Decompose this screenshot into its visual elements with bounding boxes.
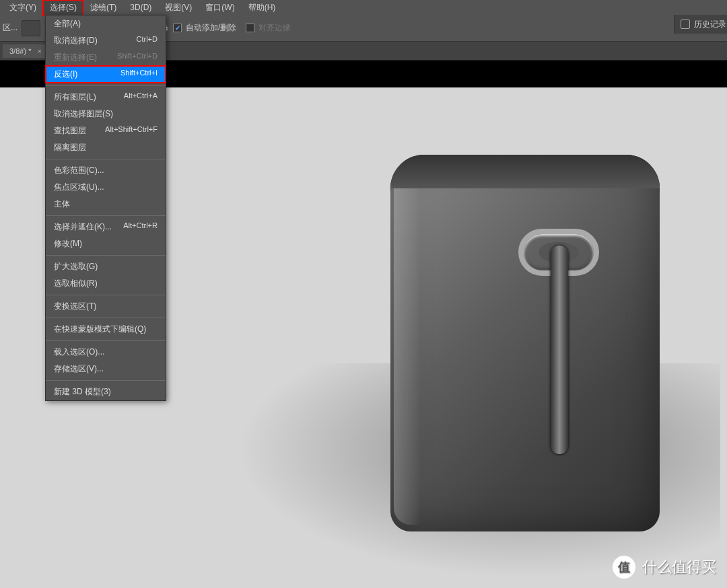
menu-item-3-1[interactable]: 修改(M)	[46, 235, 166, 252]
menu-item-6-0[interactable]: 在快速蒙版模式下编辑(Q)	[46, 321, 166, 338]
menu-item-7-1[interactable]: 存储选区(V)...	[46, 361, 166, 377]
menu-separator	[46, 318, 166, 318]
menu-item-label: 全部(A)	[54, 18, 81, 30]
menu-item-label: 选择并遮住(K)...	[54, 221, 112, 233]
menu-item-shortcut: Alt+Ctrl+R	[123, 221, 158, 233]
menu-item-label: 选取相似(R)	[54, 278, 98, 289]
document-tab[interactable]: 3/8#) * ×	[3, 44, 49, 58]
menu-separator	[46, 295, 166, 295]
menu-separator	[46, 255, 166, 256]
menu-item-3-0[interactable]: 选择并遮住(K)...Alt+Ctrl+R	[46, 219, 166, 235]
align-edges-label: 对齐边缘	[258, 22, 291, 34]
menu-item-0-2: 重新选择(E)Shift+Ctrl+D	[46, 49, 166, 66]
menu-item-label: 主体	[54, 198, 70, 210]
rendered-object	[390, 155, 660, 531]
menu-separator	[46, 85, 166, 86]
menu-item-2-2[interactable]: 主体	[46, 196, 166, 213]
history-panel-tab[interactable]: 历史记录	[674, 15, 727, 34]
menu-item-shortcut: Alt+Ctrl+A	[124, 91, 158, 103]
menu-item-2-1[interactable]: 焦点区域(U)...	[46, 179, 166, 196]
handle-bar	[551, 246, 568, 454]
menu-item-shortcut: Ctrl+D	[137, 35, 158, 46]
menu-item-shortcut: Shift+Ctrl+D	[117, 52, 158, 63]
menu-item-label: 色彩范围(C)...	[54, 165, 104, 176]
auto-add-remove-checkbox[interactable]: ✔	[173, 24, 182, 32]
menu-item-4-1[interactable]: 选取相似(R)	[46, 275, 166, 292]
menu-separator	[46, 215, 166, 216]
menu-item-1-0[interactable]: 所有图层(L)Alt+Ctrl+A	[46, 89, 166, 106]
menu-separator	[46, 380, 166, 381]
menu-item-label: 存储选区(V)...	[54, 363, 104, 375]
tool-label-fragment: 区...	[3, 22, 18, 34]
menu-item-1-1[interactable]: 取消选择图层(S)	[46, 106, 166, 122]
menu-filter[interactable]: 滤镜(T)	[83, 0, 123, 15]
menu-item-7-0[interactable]: 载入选区(O)...	[46, 344, 166, 361]
align-edges-checkbox[interactable]	[246, 24, 254, 32]
menu-item-label: 新建 3D 模型(3)	[54, 386, 111, 398]
menu-item-1-2[interactable]: 查找图层Alt+Shift+Ctrl+F	[46, 122, 166, 139]
menu-item-1-3[interactable]: 隔离图层	[46, 139, 166, 156]
menu-item-label: 载入选区(O)...	[54, 346, 104, 358]
menu-item-0-3[interactable]: 反选(I)Shift+Ctrl+I	[46, 66, 166, 83]
menubar: 文字(Y) 选择(S) 滤镜(T) 3D(D) 视图(V) 窗口(W) 帮助(H…	[0, 0, 727, 15]
menu-item-label: 变换选区(T)	[54, 301, 96, 312]
menu-item-label: 取消选择图层(S)	[54, 108, 113, 120]
history-label: 历史记录	[694, 19, 726, 30]
menu-item-label: 所有图层(L)	[54, 91, 96, 103]
tool-option-button[interactable]	[22, 20, 40, 36]
menu-help[interactable]: 帮助(H)	[242, 0, 283, 15]
menu-item-label: 重新选择(E)	[54, 52, 97, 63]
menu-item-8-0[interactable]: 新建 3D 模型(3)	[46, 383, 166, 400]
document-tab-label: 3/8#) *	[9, 47, 31, 55]
menu-item-0-1[interactable]: 取消选择(D)Ctrl+D	[46, 32, 166, 49]
menu-item-label: 查找图层	[54, 125, 86, 137]
close-icon[interactable]: ×	[37, 47, 41, 55]
menu-item-0-0[interactable]: 全部(A)	[46, 15, 166, 32]
watermark-text: 什么值得买	[642, 557, 716, 577]
watermark: 值 什么值得买	[613, 556, 716, 579]
menu-item-5-0[interactable]: 变换选区(T)	[46, 298, 166, 315]
watermark-icon: 值	[613, 556, 635, 579]
menu-item-shortcut: Alt+Shift+Ctrl+F	[105, 125, 158, 137]
menu-item-label: 修改(M)	[54, 238, 82, 250]
menu-item-label: 在快速蒙版模式下编辑(Q)	[54, 324, 146, 335]
history-icon	[681, 20, 690, 29]
menu-item-label: 扩大选取(G)	[54, 261, 98, 272]
menu-view[interactable]: 视图(V)	[158, 0, 199, 15]
menu-window[interactable]: 窗口(W)	[199, 0, 241, 15]
menu-item-label: 焦点区域(U)...	[54, 182, 104, 193]
select-menu-dropdown: 全部(A)取消选择(D)Ctrl+D重新选择(E)Shift+Ctrl+D反选(…	[45, 15, 166, 401]
menu-separator	[46, 340, 166, 341]
menu-item-shortcut: Shift+Ctrl+I	[120, 69, 158, 80]
auto-add-remove-label: 自动添加/删除	[186, 22, 236, 34]
menu-item-label: 反选(I)	[54, 69, 77, 80]
menu-select[interactable]: 选择(S)	[43, 0, 83, 15]
menu-item-label: 取消选择(D)	[54, 35, 98, 46]
menu-item-2-0[interactable]: 色彩范围(C)...	[46, 162, 166, 179]
menu-3d[interactable]: 3D(D)	[123, 1, 158, 14]
menu-text[interactable]: 文字(Y)	[3, 0, 43, 15]
menu-separator	[46, 159, 166, 159]
menu-item-label: 隔离图层	[54, 142, 86, 153]
menu-item-4-0[interactable]: 扩大选取(G)	[46, 258, 166, 275]
